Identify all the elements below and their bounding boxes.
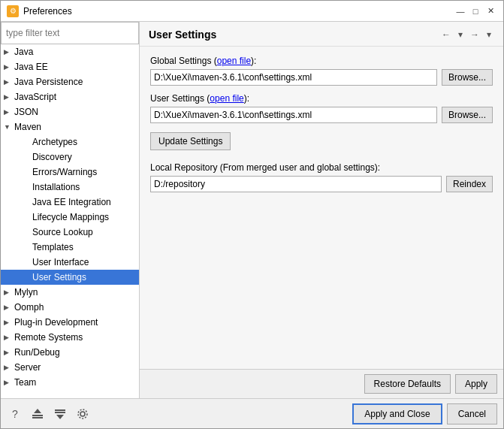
user-settings-link[interactable]: open file [210,93,243,104]
nav-forward-dropdown-button[interactable]: ▾ [484,28,494,41]
expand-arrow-java-persistence: ▶ [4,78,14,86]
sidebar-item-label-errors-warnings: Errors/Warnings [32,167,97,177]
local-repo-row: Reindex [150,176,493,192]
sidebar-item-mylyn[interactable]: ▶ Mylyn [1,285,139,300]
sidebar-item-label-oomph: Oomph [14,302,44,313]
apply-button[interactable]: Apply [455,374,497,394]
cancel-button[interactable]: Cancel [447,403,497,424]
expand-arrow-team: ▶ [4,379,14,386]
expand-arrow-plugin-development: ▶ [4,319,14,326]
expand-arrow-run-debug: ▶ [4,349,14,356]
sidebar-item-user-settings[interactable]: User Settings [1,270,139,285]
svg-point-6 [80,412,85,416]
expand-arrow-oomph: ▶ [4,304,14,311]
bottom-bar: ? [1,398,503,428]
sidebar-item-java-ee[interactable]: ▶ Java EE [1,59,139,74]
sidebar-item-label-mylyn: Mylyn [14,287,38,298]
sidebar-item-remote-systems[interactable]: ▶ Remote Systems [1,330,139,345]
sidebar-item-label-user-settings: User Settings [32,272,86,282]
sidebar-item-label-installations: Installations [32,182,80,192]
preferences-icon[interactable] [74,406,91,422]
nav-dropdown-button[interactable]: ▾ [455,28,466,41]
sidebar-item-installations[interactable]: Installations [1,180,139,195]
sidebar-item-label-javascript: JavaScript [14,92,56,102]
sidebar-item-label-java: Java [14,47,33,57]
local-repo-group: Local Repository (From merged user and g… [150,162,493,192]
sidebar-item-team[interactable]: ▶ Team [1,375,139,390]
bottom-right-buttons: Apply and Close Cancel [352,403,497,424]
svg-rect-1 [32,417,43,418]
sidebar-item-run-debug[interactable]: ▶ Run/Debug [1,345,139,360]
sidebar-item-label-user-interface: User Interface [32,257,89,267]
global-settings-label: Global Settings (open file): [150,56,493,66]
sidebar-item-java-ee-integration[interactable]: Java EE Integration [1,195,139,210]
sidebar-item-label-java-ee-integration: Java EE Integration [32,197,111,207]
sidebar-item-label-maven: Maven [14,122,41,132]
maximize-button[interactable]: □ [469,5,482,18]
sidebar-item-java[interactable]: ▶ Java [1,44,139,59]
sidebar-item-json[interactable]: ▶ JSON [1,104,139,119]
global-settings-input[interactable] [150,69,437,86]
sidebar-item-server[interactable]: ▶ Server [1,360,139,375]
global-settings-browse-button[interactable]: Browse... [442,69,493,86]
sidebar-item-oomph[interactable]: ▶ Oomph [1,300,139,315]
sidebar-item-errors-warnings[interactable]: Errors/Warnings [1,165,139,180]
panel-header: User Settings ← ▾ → ▾ [140,22,503,47]
user-settings-row: Browse... [150,107,493,123]
close-button[interactable]: ✕ [484,5,497,18]
global-settings-group: Global Settings (open file): Browse... [150,56,493,86]
window-title: Preferences [23,6,449,17]
minimize-button[interactable]: — [454,5,467,18]
user-settings-input[interactable] [150,107,437,123]
svg-rect-3 [55,409,65,411]
sidebar-item-java-persistence[interactable]: ▶ Java Persistence [1,74,139,89]
sidebar: ▶ Java ▶ Java EE ▶ Java Persistence ▶ Ja… [1,22,140,398]
expand-arrow-remote-systems: ▶ [4,334,14,341]
preferences-window: ⚙ Preferences — □ ✕ ▶ Java ▶ Java EE [0,0,504,429]
bottom-left-icons: ? [7,406,91,422]
sidebar-item-lifecycle-mappings[interactable]: Lifecycle Mappings [1,210,139,225]
right-panel: User Settings ← ▾ → ▾ Global Settings (o… [140,22,503,398]
update-settings-button[interactable]: Update Settings [150,132,231,150]
sidebar-item-label-java-persistence: Java Persistence [14,77,83,87]
title-bar: ⚙ Preferences — □ ✕ [1,1,503,22]
sidebar-item-label-remote-systems: Remote Systems [14,332,83,343]
expand-arrow-mylyn: ▶ [4,289,14,296]
sidebar-item-plugin-development[interactable]: ▶ Plug-in Development [1,315,139,330]
sidebar-item-maven[interactable]: ▼ Maven [1,119,139,134]
window-icon: ⚙ [7,5,19,17]
reindex-button[interactable]: Reindex [446,176,493,192]
sidebar-item-discovery[interactable]: Discovery [1,150,139,165]
sidebar-item-archetypes[interactable]: Archetypes [1,134,139,150]
expand-arrow-json: ▶ [4,108,14,116]
sidebar-item-label-source-lookup: Source Lookup [32,227,93,237]
sidebar-item-label-plugin-development: Plug-in Development [14,317,98,328]
svg-point-7 [78,409,87,418]
sidebar-item-user-interface[interactable]: User Interface [1,255,139,270]
global-settings-link[interactable]: open file [217,56,251,66]
import-icon[interactable] [52,406,68,422]
nav-back-button[interactable]: ← [439,28,454,41]
user-settings-label: User Settings (open file): [150,93,493,104]
sidebar-item-label-java-ee: Java EE [14,62,48,72]
svg-rect-4 [55,412,65,413]
sidebar-item-javascript[interactable]: ▶ JavaScript [1,89,139,104]
restore-defaults-button[interactable]: Restore Defaults [364,374,451,394]
sidebar-item-label-run-debug: Run/Debug [14,347,60,358]
sidebar-item-label-team: Team [14,377,36,388]
user-settings-browse-button[interactable]: Browse... [442,107,493,123]
svg-marker-2 [34,409,41,413]
nav-forward-button[interactable]: → [467,28,482,41]
local-repo-input[interactable] [150,176,442,192]
export-icon[interactable] [29,406,46,422]
help-icon[interactable]: ? [7,406,23,422]
sidebar-item-templates[interactable]: Templates [1,240,139,255]
panel-footer: Restore Defaults Apply [140,369,503,398]
sidebar-item-source-lookup[interactable]: Source Lookup [1,225,139,240]
sidebar-item-label-templates: Templates [32,242,74,252]
filter-input[interactable] [1,22,139,44]
expand-arrow-javascript: ▶ [4,93,14,101]
apply-and-close-button[interactable]: Apply and Close [352,403,442,424]
sidebar-item-label-lifecycle-mappings: Lifecycle Mappings [32,212,109,222]
title-bar-controls: — □ ✕ [454,5,497,18]
